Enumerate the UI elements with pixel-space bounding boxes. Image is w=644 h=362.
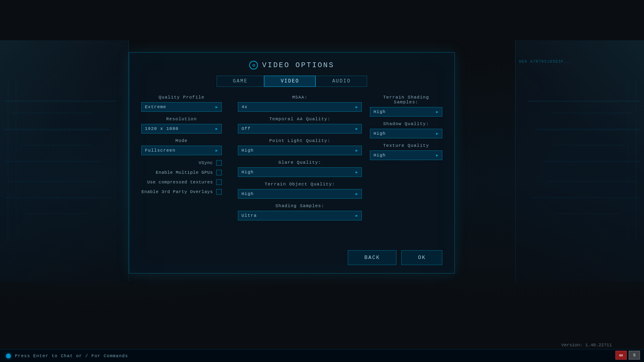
stardock-logo: S	[629, 351, 640, 360]
terrain-object-arrow: ▶	[356, 192, 358, 196]
resolution-arrow: ▶	[216, 127, 218, 131]
msaa-group: MSAA: 4x ▶	[238, 95, 362, 112]
temporal-aa-group: Temporal AA Quality: Off ▶	[238, 117, 362, 134]
quality-profile-label: Quality Profile	[141, 95, 222, 100]
svg-rect-5	[4, 161, 101, 162]
quality-profile-dropdown[interactable]: Extreme ▶	[141, 102, 222, 112]
svg-rect-17	[531, 197, 640, 198]
shading-samples-label: Shading Samples:	[238, 204, 362, 208]
temporal-aa-arrow: ▶	[356, 127, 358, 131]
shading-samples-group: Shading Samples: Ultra ▶	[238, 204, 362, 220]
dialog-title: Video Options	[262, 61, 334, 69]
glare-label: Glare Quality:	[238, 160, 362, 165]
dialog-footer: Back OK	[348, 250, 442, 265]
msaa-dropdown[interactable]: 4x ▶	[238, 102, 362, 112]
3rd-party-overlays-label: Enable 3rd Party Overlays	[141, 189, 213, 194]
svg-rect-2	[12, 113, 93, 113]
svg-rect-12	[551, 113, 632, 113]
texture-quality-label: Texture Quality	[370, 143, 442, 148]
hud-code: 0E9 A7R705J05E5F...	[519, 60, 572, 64]
right-decoration	[527, 80, 640, 241]
resolution-dropdown[interactable]: 1920 x 1080 ▶	[141, 124, 222, 134]
shadow-quality-arrow: ▶	[436, 132, 439, 136]
terrain-object-group: Terrain Object Quality: High ▶	[238, 182, 362, 199]
terrain-shading-dropdown[interactable]: High ▶	[370, 107, 442, 117]
multiple-gpus-row: Enable Multiple GPUs	[141, 170, 222, 175]
temporal-aa-dropdown[interactable]: Off ▶	[238, 124, 362, 134]
terrain-object-label: Terrain Object Quality:	[238, 182, 362, 187]
svg-rect-15	[543, 161, 640, 162]
3rd-party-overlays-checkbox[interactable]	[216, 189, 222, 195]
glare-dropdown[interactable]: High ▶	[238, 167, 362, 177]
terrain-shading-arrow: ▶	[436, 110, 439, 114]
oxide-logo: OX	[615, 351, 627, 360]
svg-rect-14	[551, 145, 624, 146]
svg-rect-13	[535, 129, 640, 130]
temporal-aa-label: Temporal AA Quality:	[238, 117, 362, 121]
left-column: Quality Profile Extreme ▶ Resolution 192…	[141, 95, 222, 225]
svg-rect-18	[555, 213, 620, 214]
logos-area: OX S	[615, 351, 640, 360]
mode-label: Mode	[141, 138, 222, 143]
svg-rect-11	[527, 101, 640, 102]
glare-arrow: ▶	[356, 170, 358, 175]
tab-game[interactable]: GAME	[217, 76, 264, 87]
multiple-gpus-label: Enable Multiple GPUs	[156, 170, 213, 175]
status-indicator	[6, 354, 11, 358]
vsync-row: VSync	[141, 160, 222, 166]
ok-button[interactable]: OK	[401, 250, 442, 265]
svg-rect-3	[4, 129, 109, 130]
version-text: Version: 1.40.22711	[561, 343, 612, 348]
tab-video[interactable]: VIDEO	[264, 76, 316, 87]
point-light-arrow: ▶	[356, 148, 358, 153]
quality-profile-arrow: ▶	[216, 105, 218, 109]
video-options-dialog: ⚙ Video Options GAME VIDEO AUDIO Quality…	[129, 52, 455, 274]
compressed-textures-row: Use compressed textures	[141, 179, 222, 185]
multiple-gpus-checkbox[interactable]	[216, 170, 222, 175]
texture-quality-group: Texture Quality High ▶	[370, 143, 442, 160]
left-decoration	[4, 80, 117, 241]
mode-dropdown[interactable]: Fullscreen ▶	[141, 146, 222, 155]
quality-profile-group: Quality Profile Extreme ▶	[141, 95, 222, 112]
texture-quality-arrow: ▶	[436, 153, 439, 158]
msaa-label: MSAA:	[238, 95, 362, 100]
svg-rect-16	[547, 181, 636, 182]
shadow-quality-group: Shadow Quality: High ▶	[370, 121, 442, 138]
svg-rect-7	[4, 197, 113, 198]
resolution-group: Resolution 1920 x 1080 ▶	[141, 117, 222, 134]
shadow-quality-label: Shadow Quality:	[370, 121, 442, 126]
point-light-label: Point Light Quality:	[238, 138, 362, 143]
vsync-checkbox[interactable]	[216, 160, 222, 166]
svg-rect-4	[20, 145, 93, 146]
vsync-label: VSync	[198, 160, 213, 165]
point-light-dropdown[interactable]: High ▶	[238, 146, 362, 155]
mode-arrow: ▶	[216, 148, 218, 153]
shadow-quality-dropdown[interactable]: High ▶	[370, 129, 442, 138]
shading-samples-arrow: ▶	[356, 214, 358, 218]
resolution-label: Resolution	[141, 117, 222, 121]
3rd-party-overlays-row: Enable 3rd Party Overlays	[141, 189, 222, 195]
terrain-object-dropdown[interactable]: High ▶	[238, 189, 362, 199]
content-area: Quality Profile Extreme ▶ Resolution 192…	[129, 95, 454, 225]
svg-rect-8	[24, 213, 89, 214]
msaa-arrow: ▶	[356, 105, 358, 109]
right-main-col: MSAA: 4x ▶ Temporal AA Quality: Off ▶ Po…	[238, 95, 362, 225]
mode-group: Mode Fullscreen ▶	[141, 138, 222, 155]
texture-quality-dropdown[interactable]: High ▶	[370, 150, 442, 160]
dialog-title-row: ⚙ Video Options	[129, 53, 454, 76]
status-bar: Press Enter to Chat or / For Commands	[0, 349, 644, 362]
svg-rect-1	[4, 101, 117, 102]
tab-bar: GAME VIDEO AUDIO	[129, 76, 454, 87]
glare-group: Glare Quality: High ▶	[238, 160, 362, 177]
shading-samples-dropdown[interactable]: Ultra ▶	[238, 211, 362, 220]
back-button[interactable]: Back	[348, 250, 396, 265]
point-light-group: Point Light Quality: High ▶	[238, 138, 362, 155]
terrain-shading-group: Terrain Shading Samples: High ▶	[370, 95, 442, 117]
compressed-textures-label: Use compressed textures	[147, 180, 213, 185]
status-text: Press Enter to Chat or / For Commands	[15, 354, 128, 358]
settings-icon: ⚙	[249, 61, 258, 70]
terrain-shading-label: Terrain Shading Samples:	[370, 95, 442, 105]
svg-rect-6	[8, 181, 97, 182]
tab-audio[interactable]: AUDIO	[316, 76, 367, 87]
compressed-textures-checkbox[interactable]	[216, 179, 222, 185]
